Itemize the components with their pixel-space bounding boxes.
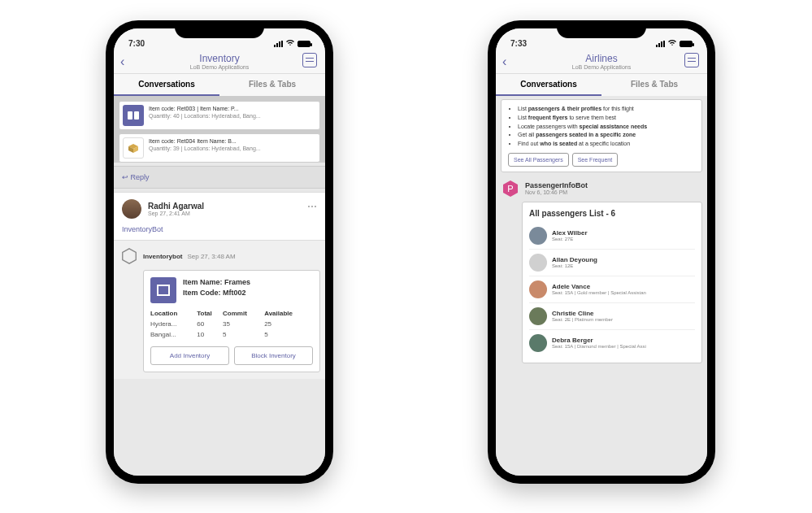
screen-right: 7:33 ‹ Airlines LoB Demo Applications Co… — [496, 28, 707, 476]
battery-icon — [680, 41, 693, 47]
item-row[interactable]: Item code: Ret003 | Item Name: P... Quan… — [149, 105, 261, 126]
passenger-row[interactable]: Christie ClineSeat: 2E | Platinum member — [529, 302, 695, 329]
notch — [175, 20, 264, 38]
reply-arrow-icon: ↩ — [122, 173, 131, 181]
passenger-detail: Seat: 15A | Gold member | Special Assist… — [552, 290, 646, 295]
passenger-row[interactable]: Adele VanceSeat: 15A | Gold member | Spe… — [529, 276, 695, 302]
phone-left: 7:30 ‹ Inventory LoB Demo Applications C… — [106, 20, 333, 484]
item-line2: Quantity: 39 | Locations: Hyderabad, Ban… — [149, 145, 261, 152]
passenger-detail: Seat: 15A | Diamond member | Special Ass… — [552, 344, 646, 349]
bullet-item: List passengers & their profiles for thi… — [518, 105, 695, 113]
app-title: Airlines — [502, 53, 701, 64]
item-row[interactable]: Item code: Ret004 Item Name: B... Quanti… — [149, 137, 261, 159]
th-location: Location — [150, 308, 197, 319]
bot-name: Inventorybot — [143, 253, 182, 260]
bullet-item: Find out who is seated at a specific loc… — [518, 140, 695, 148]
item-line1: Item code: Ret004 Item Name: B... — [149, 137, 261, 145]
signal-icon — [274, 41, 283, 47]
bot-message: Inventorybot Sep 27, 3:48 AM Item Name: … — [114, 241, 325, 379]
th-total: Total — [197, 308, 223, 319]
tab-files[interactable]: Files & Tabs — [601, 74, 707, 96]
passenger-row[interactable]: Allan DeyoungSeat: 12E — [529, 249, 695, 276]
passenger-detail: Seat: 27E — [552, 237, 588, 241]
svg-rect-0 — [128, 111, 132, 120]
back-chevron-icon[interactable]: ‹ — [120, 54, 124, 69]
passenger-detail: Seat: 12E — [552, 263, 597, 268]
wifi-icon — [667, 39, 677, 48]
status-time: 7:30 — [128, 39, 145, 48]
user-time: Sep 27, 2:41 AM — [148, 211, 204, 216]
user-message[interactable]: Radhi Agarwal Sep 27, 2:41 AM ⋯ Inventor… — [114, 192, 325, 241]
item-line1: Item code: Ret003 | Item Name: P... — [149, 105, 261, 112]
passenger-name: Christie Cline — [552, 311, 613, 318]
bullet-list: List passengers & their profiles for thi… — [508, 105, 695, 148]
avatar — [529, 254, 547, 272]
passenger-name: Alex Wilber — [552, 230, 588, 237]
see-all-passengers-button[interactable]: See All Passengers — [508, 153, 569, 167]
svg-marker-5 — [123, 249, 137, 263]
inventory-table: Location Total Commit Available Hydera..… — [150, 308, 313, 340]
bullet-item: Locate passengers with special assistanc… — [518, 123, 695, 131]
content-area: Item code: Ret003 | Item Name: P... Quan… — [114, 96, 325, 476]
more-icon[interactable]: ⋯ — [307, 201, 317, 212]
tab-bar: Conversations Files & Tabs — [114, 74, 325, 96]
back-chevron-icon[interactable]: ‹ — [502, 54, 506, 69]
phone-right: 7:33 ‹ Airlines LoB Demo Applications Co… — [488, 20, 715, 484]
passenger-name: Debra Berger — [552, 337, 646, 345]
passenger-list-title: All passengers List - 6 — [529, 209, 695, 218]
avatar — [529, 227, 547, 245]
avatar — [529, 334, 547, 352]
avatar — [122, 199, 141, 219]
app-subtitle: LoB Demo Applications — [120, 64, 319, 70]
header-action-icon[interactable] — [302, 53, 317, 67]
user-name: Radhi Agarwal — [148, 202, 204, 211]
svg-rect-6 — [158, 285, 169, 295]
status-time: 7:33 — [510, 39, 527, 48]
bullet-item: Get all passengers seated in a specific … — [518, 131, 695, 139]
card-title-1: Item Name: Frames — [183, 277, 250, 288]
bot-header: P PassengerInfoBot Nov 6, 10:46 PM — [501, 179, 702, 198]
header-action-icon[interactable] — [684, 53, 699, 67]
th-available: Available — [264, 308, 313, 319]
item-line2: Quantity: 40 | Locations: Hyderabad, Ban… — [149, 112, 261, 120]
book-icon — [123, 105, 144, 126]
inventory-card: Item Name: Frames Item Code: Mft002 Loca… — [143, 270, 320, 372]
bot-name: PassengerInfoBot — [525, 181, 588, 189]
avatar — [529, 280, 547, 298]
help-card: List passengers & their profiles for thi… — [501, 99, 702, 172]
screen-left: 7:30 ‹ Inventory LoB Demo Applications C… — [114, 28, 325, 476]
battery-icon — [297, 41, 310, 47]
passenger-detail: Seat: 2E | Platinum member — [552, 317, 613, 322]
status-icons — [656, 39, 693, 48]
avatar — [529, 307, 547, 325]
passenger-list-card: All passengers List - 6 Alex WilberSeat:… — [522, 202, 702, 363]
bullet-item: List frequent flyers to serve them best — [518, 114, 695, 122]
app-subtitle: LoB Demo Applications — [502, 64, 701, 70]
tab-conversations[interactable]: Conversations — [496, 74, 601, 96]
app-title: Inventory — [120, 53, 319, 64]
notch — [557, 20, 646, 38]
table-row: Bangal... 10 5 5 — [150, 329, 313, 340]
tab-bar: Conversations Files & Tabs — [496, 74, 707, 96]
bot-hexagon-icon: P — [501, 179, 520, 198]
svg-text:P: P — [507, 184, 513, 193]
passenger-row[interactable]: Alex WilberSeat: 27E — [529, 223, 695, 249]
app-header: ‹ Inventory LoB Demo Applications — [114, 50, 325, 74]
mention[interactable]: InventoryBot — [122, 225, 317, 233]
box-icon — [123, 137, 144, 159]
tab-files[interactable]: Files & Tabs — [219, 74, 325, 96]
reply-button[interactable]: ↩ Reply — [114, 166, 325, 189]
passenger-name: Allan Deyoung — [552, 257, 597, 264]
status-icons — [274, 39, 310, 48]
see-frequent-button[interactable]: See Frequent — [572, 153, 618, 167]
signal-icon — [656, 41, 665, 47]
wifi-icon — [285, 39, 295, 48]
add-inventory-button[interactable]: Add Inventory — [150, 346, 229, 365]
passenger-row[interactable]: Debra BergerSeat: 15A | Diamond member |… — [529, 329, 695, 356]
block-inventory-button[interactable]: Block Inventory — [234, 346, 313, 365]
passenger-name: Adele Vance — [552, 284, 646, 291]
tab-conversations[interactable]: Conversations — [114, 74, 219, 96]
card-title-2: Item Code: Mft002 — [183, 288, 250, 298]
th-commit: Commit — [223, 308, 264, 319]
bot-time: Sep 27, 3:48 AM — [187, 253, 235, 260]
